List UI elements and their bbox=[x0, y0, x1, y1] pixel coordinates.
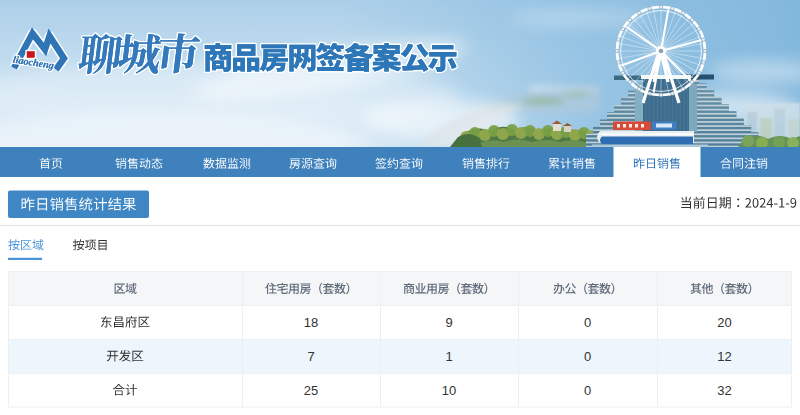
svg-text:32: 32 bbox=[717, 383, 731, 398]
svg-text:20: 20 bbox=[717, 315, 731, 330]
svg-text:12: 12 bbox=[717, 349, 731, 364]
svg-text:7: 7 bbox=[307, 349, 314, 364]
svg-text:25: 25 bbox=[304, 383, 318, 398]
svg-text:1: 1 bbox=[445, 349, 452, 364]
svg-text:0: 0 bbox=[584, 315, 591, 330]
svg-text:18: 18 bbox=[304, 315, 318, 330]
svg-text:10: 10 bbox=[442, 383, 456, 398]
svg-text:0: 0 bbox=[584, 383, 591, 398]
svg-text:9: 9 bbox=[445, 315, 452, 330]
svg-text:0: 0 bbox=[584, 349, 591, 364]
